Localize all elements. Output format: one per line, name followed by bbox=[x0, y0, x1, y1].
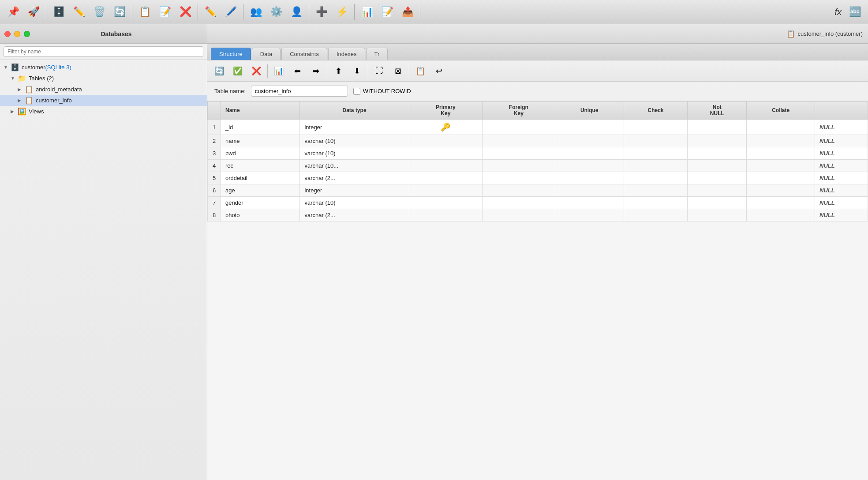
col-collate[interactable] bbox=[747, 172, 815, 184]
col-name[interactable]: photo bbox=[221, 209, 300, 221]
add-row-icon[interactable]: ➕ bbox=[312, 2, 331, 22]
col-datatype[interactable]: varchar (2... bbox=[300, 209, 409, 221]
sidebar-item-views[interactable]: ▶ 🖼️ Views bbox=[0, 106, 207, 117]
copy-button[interactable]: 📋 bbox=[412, 63, 429, 79]
minimize-window-button[interactable] bbox=[14, 31, 20, 37]
col-datatype[interactable]: varchar (10... bbox=[300, 160, 409, 172]
col-primarykey[interactable] bbox=[409, 172, 482, 184]
refresh-table-button[interactable]: 🔄 bbox=[211, 63, 228, 79]
table-row[interactable]: 2namevarchar (10)NULL bbox=[208, 135, 868, 147]
table-row[interactable]: 1_idinteger🔑NULL bbox=[208, 120, 868, 135]
undo-button[interactable]: ↩ bbox=[430, 63, 447, 79]
flash-icon[interactable]: ⚡ bbox=[332, 2, 352, 22]
col-primarykey[interactable] bbox=[409, 197, 482, 209]
move-row-down-button[interactable]: ⬇ bbox=[348, 63, 365, 79]
tab-tr[interactable]: Tr bbox=[366, 48, 388, 60]
col-check[interactable] bbox=[624, 197, 687, 209]
col-primarykey[interactable] bbox=[409, 147, 482, 160]
col-foreignkey[interactable] bbox=[483, 135, 555, 147]
col-name[interactable]: name bbox=[221, 135, 300, 147]
move-row-up-button[interactable]: ⬆ bbox=[330, 63, 347, 79]
table-row[interactable]: 8photovarchar (2...NULL bbox=[208, 209, 868, 221]
col-foreignkey[interactable] bbox=[483, 184, 555, 197]
col-name[interactable]: _id bbox=[221, 120, 300, 135]
pin-icon[interactable]: 📌 bbox=[4, 2, 23, 22]
col-primarykey[interactable] bbox=[409, 209, 482, 221]
add-table-icon[interactable]: 📋 bbox=[135, 2, 154, 22]
col-foreignkey[interactable] bbox=[483, 197, 555, 209]
col-datatype[interactable]: integer bbox=[300, 120, 409, 135]
col-unique[interactable] bbox=[555, 160, 624, 172]
delete-table-icon[interactable]: ❌ bbox=[176, 2, 195, 22]
col-check[interactable] bbox=[624, 184, 687, 197]
table-row[interactable]: 6ageintegerNULL bbox=[208, 184, 868, 197]
sidebar-item-android-metadata[interactable]: ▶ 📋 android_metadata bbox=[0, 84, 207, 95]
refresh-db-icon[interactable]: 🔄 bbox=[110, 2, 129, 22]
col-name[interactable]: gender bbox=[221, 197, 300, 209]
col-notnull[interactable] bbox=[688, 147, 747, 160]
move-col-right-button[interactable]: ➡ bbox=[307, 63, 324, 79]
col-check[interactable] bbox=[624, 209, 687, 221]
col-check[interactable] bbox=[624, 120, 687, 135]
expand-button[interactable]: ⛶ bbox=[371, 63, 388, 79]
col-unique[interactable] bbox=[555, 120, 624, 135]
cancel-button[interactable]: ❌ bbox=[248, 63, 265, 79]
col-primarykey[interactable]: 🔑 bbox=[409, 120, 482, 135]
edit-table-icon[interactable]: 📝 bbox=[155, 2, 175, 22]
col-datatype[interactable]: varchar (10) bbox=[300, 147, 409, 160]
rocket-icon[interactable]: 🚀 bbox=[24, 2, 43, 22]
col-check[interactable] bbox=[624, 135, 687, 147]
col-foreignkey[interactable] bbox=[483, 147, 555, 160]
col-unique[interactable] bbox=[555, 184, 624, 197]
edit2-icon[interactable]: 📝 bbox=[378, 2, 397, 22]
col-unique[interactable] bbox=[555, 197, 624, 209]
table-row[interactable]: 5orddetailvarchar (2...NULL bbox=[208, 172, 868, 184]
eraser-icon[interactable]: 🖊️ bbox=[221, 2, 240, 22]
col-check[interactable] bbox=[624, 147, 687, 160]
table-name-input[interactable] bbox=[251, 86, 348, 97]
pencil-edit-icon[interactable]: ✏️ bbox=[201, 2, 220, 22]
edit-db-icon[interactable]: ✏️ bbox=[69, 2, 89, 22]
col-foreignkey[interactable] bbox=[483, 209, 555, 221]
col-primarykey[interactable] bbox=[409, 184, 482, 197]
col-name[interactable]: orddetail bbox=[221, 172, 300, 184]
col-datatype[interactable]: integer bbox=[300, 184, 409, 197]
col-name[interactable]: age bbox=[221, 184, 300, 197]
rowid-checkbox[interactable] bbox=[353, 88, 360, 95]
col-unique[interactable] bbox=[555, 172, 624, 184]
tab-indexes[interactable]: Indexes bbox=[328, 48, 365, 60]
col-collate[interactable] bbox=[747, 209, 815, 221]
col-datatype[interactable]: varchar (10) bbox=[300, 135, 409, 147]
col-collate[interactable] bbox=[747, 184, 815, 197]
col-collate[interactable] bbox=[747, 160, 815, 172]
col-name[interactable]: rec bbox=[221, 160, 300, 172]
tab-structure[interactable]: Structure bbox=[211, 48, 251, 60]
col-notnull[interactable] bbox=[688, 135, 747, 147]
col-unique[interactable] bbox=[555, 209, 624, 221]
confirm-button[interactable]: ✅ bbox=[229, 63, 246, 79]
close-window-button[interactable] bbox=[4, 31, 11, 37]
remove-db-icon[interactable]: 🗑️ bbox=[90, 2, 109, 22]
col-primarykey[interactable] bbox=[409, 135, 482, 147]
col-datatype[interactable]: varchar (10) bbox=[300, 197, 409, 209]
col-notnull[interactable] bbox=[688, 184, 747, 197]
col-collate[interactable] bbox=[747, 147, 815, 160]
col-foreignkey[interactable] bbox=[483, 172, 555, 184]
settings-icon[interactable]: ⚙️ bbox=[266, 2, 286, 22]
col-primarykey[interactable] bbox=[409, 160, 482, 172]
col-datatype[interactable]: varchar (2... bbox=[300, 172, 409, 184]
filter-input[interactable] bbox=[4, 46, 203, 57]
col-collate[interactable] bbox=[747, 197, 815, 209]
col-collate[interactable] bbox=[747, 120, 815, 135]
col-name[interactable]: pwd bbox=[221, 147, 300, 160]
sidebar-item-tables[interactable]: ▼ 📁 Tables (2) bbox=[0, 73, 207, 84]
add-column-button[interactable]: 📊 bbox=[270, 63, 287, 79]
col-unique[interactable] bbox=[555, 135, 624, 147]
sidebar-item-customer-db[interactable]: ▼ 🗄️ customer (SQLite 3) bbox=[0, 62, 207, 73]
table-row[interactable]: 7gendervarchar (10)NULL bbox=[208, 197, 868, 209]
col-unique[interactable] bbox=[555, 147, 624, 160]
tab-constraints[interactable]: Constraints bbox=[281, 48, 327, 60]
col-foreignkey[interactable] bbox=[483, 160, 555, 172]
export-icon[interactable]: 📤 bbox=[398, 2, 417, 22]
maximize-window-button[interactable] bbox=[24, 31, 30, 37]
